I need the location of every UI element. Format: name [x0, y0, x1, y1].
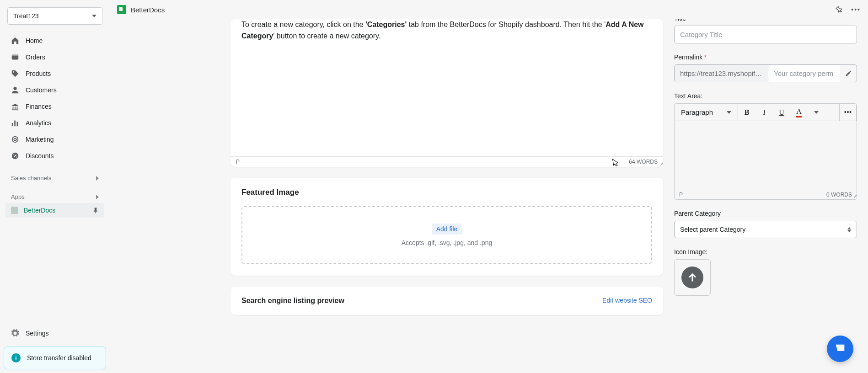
rte-status-bar: P 0 WORDS: [675, 190, 857, 199]
sidebar-item-customers[interactable]: Customers: [5, 82, 104, 98]
permalink-input[interactable]: [768, 65, 840, 82]
chevron-right-icon: [96, 176, 99, 181]
nav-label: Home: [26, 37, 43, 44]
seo-title: Search engine listing preview: [241, 297, 344, 305]
editor-text: To create a new category, click on the '…: [241, 19, 652, 42]
app-icon: [11, 207, 18, 214]
edit-icon[interactable]: [840, 70, 857, 77]
svg-rect-7: [12, 109, 18, 110]
svg-rect-8: [12, 123, 13, 126]
sidebar-item-settings[interactable]: Settings: [4, 325, 106, 342]
edit-seo-link[interactable]: Edit website SEO: [602, 297, 652, 304]
sidebar-item-discounts[interactable]: Discounts: [5, 148, 104, 164]
nav-label: Analytics: [26, 119, 51, 127]
italic-button[interactable]: I: [755, 104, 773, 121]
gear-icon: [11, 329, 19, 337]
add-file-button[interactable]: Add file: [432, 224, 462, 234]
svg-rect-1: [12, 55, 18, 56]
sidebar-item-home[interactable]: Home: [5, 33, 104, 48]
color-dropdown[interactable]: [808, 104, 825, 121]
permalink-field: https://treat123.myshopify....: [674, 64, 857, 82]
pin-icon[interactable]: [92, 207, 99, 213]
section-sales-channels[interactable]: Sales channels: [4, 170, 106, 183]
chat-fab[interactable]: [827, 336, 853, 362]
orders-icon: [11, 53, 19, 61]
sidebar-item-orders[interactable]: Orders: [5, 49, 104, 65]
rte-block-select[interactable]: Paragraph: [675, 104, 738, 121]
svg-point-14: [13, 154, 14, 155]
section-label: Apps: [11, 193, 25, 200]
text-color-button[interactable]: A: [790, 104, 808, 121]
rte-textarea[interactable]: [675, 121, 857, 190]
permalink-label: Permalink*: [674, 53, 857, 61]
info-icon: i: [11, 353, 21, 362]
finances-icon: [11, 102, 19, 111]
customers-icon: [11, 86, 19, 94]
title-label: Title*: [674, 19, 857, 22]
editor-status-bar: P 64 WORDS: [230, 156, 663, 167]
svg-rect-10: [17, 122, 18, 126]
marketing-icon: [11, 135, 19, 144]
app-title: BetterDocs: [131, 6, 165, 14]
app-label: BetterDocs: [24, 207, 55, 214]
featured-title: Featured Image: [241, 188, 652, 197]
sidebar-item-finances[interactable]: Finances: [5, 99, 104, 114]
chevron-down-icon: [92, 15, 96, 17]
textarea-label: Text Area:: [674, 92, 857, 100]
sidebar-item-analytics[interactable]: Analytics: [5, 115, 104, 131]
chevron-down-icon: [727, 111, 731, 114]
nav-label: Orders: [26, 53, 45, 61]
app-icon: [117, 5, 126, 14]
svg-point-2: [13, 71, 14, 73]
discounts-icon: [11, 152, 19, 160]
underline-button[interactable]: U: [773, 104, 790, 121]
sidebar-item-marketing[interactable]: Marketing: [5, 132, 104, 147]
permalink-prefix: https://treat123.myshopify....: [675, 65, 768, 82]
more-icon[interactable]: •••: [851, 6, 861, 13]
nav-label: Marketing: [26, 136, 54, 143]
seo-card: Search engine listing preview Edit websi…: [230, 287, 663, 315]
nav-label: Discounts: [26, 152, 54, 160]
nav-label: Products: [26, 70, 51, 77]
resize-handle-icon[interactable]: [851, 194, 856, 198]
section-apps[interactable]: Apps: [4, 189, 106, 202]
upload-icon: [681, 266, 703, 288]
sidebar: Treat123 Home Orders Products Customers: [0, 0, 110, 373]
pin-icon[interactable]: [834, 5, 845, 15]
more-button[interactable]: •••: [839, 104, 857, 121]
nav-list: Home Orders Products Customers Finances …: [4, 32, 106, 165]
svg-rect-5: [15, 107, 16, 109]
parent-category-label: Parent Category: [674, 210, 857, 217]
featured-dropzone[interactable]: Add file Accepts .gif, .svg, .jpg, and .…: [241, 206, 652, 264]
svg-point-12: [14, 138, 16, 140]
store-transfer-banner[interactable]: i Store transfer disabled: [4, 346, 106, 369]
parent-category-select[interactable]: Select parent Category: [674, 221, 857, 238]
bold-button[interactable]: B: [738, 104, 755, 121]
svg-point-3: [13, 87, 16, 90]
editor-card: To create a new category, click on the '…: [230, 19, 663, 167]
resize-handle-icon[interactable]: [658, 161, 662, 166]
rte-toolbar: Paragraph B I U A •••: [675, 104, 857, 121]
rich-text-editor: Paragraph B I U A ••• P 0 WORDS: [674, 103, 857, 200]
section-label: Sales channels: [11, 175, 51, 181]
icon-upload[interactable]: [674, 259, 711, 296]
editor-wordcount: 64 WORDS: [629, 159, 658, 165]
nav-label: Customers: [26, 86, 57, 94]
editor-path: P: [236, 159, 240, 165]
sidebar-app-betterdocs[interactable]: BetterDocs: [5, 203, 104, 218]
svg-point-15: [16, 157, 17, 158]
sidebar-item-products[interactable]: Products: [5, 66, 104, 81]
nav-label: Finances: [26, 103, 52, 110]
page-header: BetterDocs •••: [110, 0, 868, 19]
rte-path: P: [679, 192, 683, 198]
editor-body[interactable]: To create a new category, click on the '…: [230, 19, 663, 156]
home-icon: [11, 37, 19, 45]
svg-point-11: [12, 137, 18, 143]
svg-rect-4: [13, 107, 14, 109]
rte-wordcount: 0 WORDS: [826, 192, 852, 198]
title-input[interactable]: [674, 26, 857, 43]
store-selector[interactable]: Treat123: [7, 7, 102, 25]
settings-label: Settings: [26, 330, 49, 337]
analytics-icon: [11, 119, 19, 127]
svg-rect-9: [14, 121, 16, 127]
